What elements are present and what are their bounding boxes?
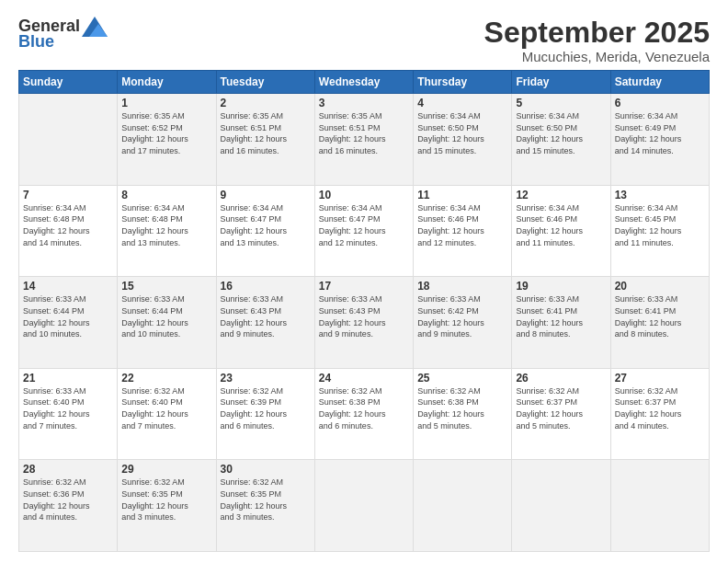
day-number: 9 <box>221 189 311 201</box>
calendar-header-row: SundayMondayTuesdayWednesdayThursdayFrid… <box>19 71 710 94</box>
day-number: 23 <box>221 372 311 385</box>
day-info: Sunrise: 6:32 AM Sunset: 6:37 PM Dayligh… <box>615 385 705 431</box>
day-info: Sunrise: 6:34 AM Sunset: 6:47 PM Dayligh… <box>319 202 409 248</box>
calendar-cell <box>19 94 118 186</box>
week-row-4: 21Sunrise: 6:33 AM Sunset: 6:40 PM Dayli… <box>19 368 710 460</box>
calendar-cell: 8Sunrise: 6:34 AM Sunset: 6:48 PM Daylig… <box>118 185 216 277</box>
day-number: 24 <box>319 372 409 385</box>
day-info: Sunrise: 6:32 AM Sunset: 6:37 PM Dayligh… <box>516 385 606 431</box>
day-number: 3 <box>319 97 409 109</box>
day-header-saturday: Saturday <box>610 71 709 94</box>
calendar-cell: 11Sunrise: 6:34 AM Sunset: 6:46 PM Dayli… <box>414 185 512 277</box>
day-number: 28 <box>23 463 113 476</box>
calendar-cell: 3Sunrise: 6:35 AM Sunset: 6:51 PM Daylig… <box>314 94 413 186</box>
calendar-cell: 24Sunrise: 6:32 AM Sunset: 6:38 PM Dayli… <box>314 368 413 460</box>
day-info: Sunrise: 6:33 AM Sunset: 6:41 PM Dayligh… <box>516 293 606 339</box>
day-number: 29 <box>121 463 211 476</box>
day-info: Sunrise: 6:33 AM Sunset: 6:43 PM Dayligh… <box>319 293 409 339</box>
day-number: 16 <box>221 280 311 293</box>
day-number: 11 <box>417 189 507 201</box>
day-number: 10 <box>319 189 409 201</box>
day-info: Sunrise: 6:32 AM Sunset: 6:40 PM Dayligh… <box>121 385 211 431</box>
day-number: 8 <box>121 189 211 201</box>
day-number: 21 <box>23 372 113 385</box>
day-info: Sunrise: 6:35 AM Sunset: 6:52 PM Dayligh… <box>121 110 211 156</box>
day-info: Sunrise: 6:34 AM Sunset: 6:50 PM Dayligh… <box>417 110 507 156</box>
day-number: 22 <box>121 372 211 385</box>
week-row-3: 14Sunrise: 6:33 AM Sunset: 6:44 PM Dayli… <box>19 277 710 369</box>
day-info: Sunrise: 6:34 AM Sunset: 6:46 PM Dayligh… <box>516 202 606 248</box>
day-header-friday: Friday <box>512 71 610 94</box>
week-row-2: 7Sunrise: 6:34 AM Sunset: 6:48 PM Daylig… <box>19 185 710 277</box>
calendar-cell: 17Sunrise: 6:33 AM Sunset: 6:43 PM Dayli… <box>314 277 413 369</box>
calendar-cell: 20Sunrise: 6:33 AM Sunset: 6:41 PM Dayli… <box>610 277 709 369</box>
day-info: Sunrise: 6:33 AM Sunset: 6:40 PM Dayligh… <box>23 385 113 431</box>
calendar-cell: 7Sunrise: 6:34 AM Sunset: 6:48 PM Daylig… <box>19 185 118 277</box>
day-info: Sunrise: 6:34 AM Sunset: 6:48 PM Dayligh… <box>121 202 211 248</box>
calendar-cell: 1Sunrise: 6:35 AM Sunset: 6:52 PM Daylig… <box>118 94 216 186</box>
day-number: 19 <box>516 280 606 293</box>
page: General Blue September 2025 Mucuchies, M… <box>0 0 728 563</box>
day-number: 25 <box>417 372 507 385</box>
calendar-cell <box>414 460 512 552</box>
calendar-cell: 12Sunrise: 6:34 AM Sunset: 6:46 PM Dayli… <box>512 185 610 277</box>
calendar-cell: 23Sunrise: 6:32 AM Sunset: 6:39 PM Dayli… <box>216 368 314 460</box>
calendar-cell: 6Sunrise: 6:34 AM Sunset: 6:49 PM Daylig… <box>610 94 709 186</box>
day-number: 26 <box>516 372 606 385</box>
day-number: 2 <box>221 97 311 109</box>
day-info: Sunrise: 6:34 AM Sunset: 6:45 PM Dayligh… <box>615 202 705 248</box>
calendar-cell <box>314 460 413 552</box>
day-number: 20 <box>615 280 705 293</box>
calendar-cell: 9Sunrise: 6:34 AM Sunset: 6:47 PM Daylig… <box>216 185 314 277</box>
day-number: 14 <box>23 280 113 293</box>
day-number: 13 <box>615 189 705 201</box>
calendar-cell: 30Sunrise: 6:32 AM Sunset: 6:35 PM Dayli… <box>216 460 314 552</box>
day-info: Sunrise: 6:34 AM Sunset: 6:47 PM Dayligh… <box>221 202 311 248</box>
day-number: 1 <box>121 97 211 109</box>
calendar-cell <box>610 460 709 552</box>
day-info: Sunrise: 6:32 AM Sunset: 6:39 PM Dayligh… <box>221 385 311 431</box>
calendar-cell: 22Sunrise: 6:32 AM Sunset: 6:40 PM Dayli… <box>118 368 216 460</box>
day-info: Sunrise: 6:32 AM Sunset: 6:35 PM Dayligh… <box>221 477 311 523</box>
day-info: Sunrise: 6:33 AM Sunset: 6:44 PM Dayligh… <box>121 293 211 339</box>
day-info: Sunrise: 6:34 AM Sunset: 6:49 PM Dayligh… <box>615 110 705 156</box>
calendar-cell: 26Sunrise: 6:32 AM Sunset: 6:37 PM Dayli… <box>512 368 610 460</box>
day-number: 4 <box>417 97 507 109</box>
calendar-cell: 14Sunrise: 6:33 AM Sunset: 6:44 PM Dayli… <box>19 277 118 369</box>
day-header-monday: Monday <box>118 71 216 94</box>
calendar-cell: 10Sunrise: 6:34 AM Sunset: 6:47 PM Dayli… <box>314 185 413 277</box>
calendar-cell: 16Sunrise: 6:33 AM Sunset: 6:43 PM Dayli… <box>216 277 314 369</box>
month-title: September 2025 <box>484 17 710 49</box>
day-number: 6 <box>615 97 705 109</box>
logo-icon <box>82 17 108 37</box>
day-number: 7 <box>23 189 113 201</box>
day-number: 5 <box>516 97 606 109</box>
calendar-cell <box>512 460 610 552</box>
calendar-cell: 29Sunrise: 6:32 AM Sunset: 6:35 PM Dayli… <box>118 460 216 552</box>
day-info: Sunrise: 6:33 AM Sunset: 6:42 PM Dayligh… <box>417 293 507 339</box>
day-info: Sunrise: 6:32 AM Sunset: 6:36 PM Dayligh… <box>23 477 113 523</box>
day-info: Sunrise: 6:32 AM Sunset: 6:38 PM Dayligh… <box>319 385 409 431</box>
title-block: September 2025 Mucuchies, Merida, Venezu… <box>484 17 710 64</box>
day-info: Sunrise: 6:33 AM Sunset: 6:43 PM Dayligh… <box>221 293 311 339</box>
week-row-5: 28Sunrise: 6:32 AM Sunset: 6:36 PM Dayli… <box>19 460 710 552</box>
logo: General Blue <box>18 17 108 52</box>
day-info: Sunrise: 6:33 AM Sunset: 6:44 PM Dayligh… <box>23 293 113 339</box>
calendar-cell: 15Sunrise: 6:33 AM Sunset: 6:44 PM Dayli… <box>118 277 216 369</box>
calendar-cell: 19Sunrise: 6:33 AM Sunset: 6:41 PM Dayli… <box>512 277 610 369</box>
calendar-cell: 4Sunrise: 6:34 AM Sunset: 6:50 PM Daylig… <box>414 94 512 186</box>
week-row-1: 1Sunrise: 6:35 AM Sunset: 6:52 PM Daylig… <box>19 94 710 186</box>
calendar-cell: 13Sunrise: 6:34 AM Sunset: 6:45 PM Dayli… <box>610 185 709 277</box>
day-info: Sunrise: 6:34 AM Sunset: 6:48 PM Dayligh… <box>23 202 113 248</box>
header: General Blue September 2025 Mucuchies, M… <box>18 17 710 64</box>
day-number: 27 <box>615 372 705 385</box>
day-info: Sunrise: 6:32 AM Sunset: 6:38 PM Dayligh… <box>417 385 507 431</box>
location-subtitle: Mucuchies, Merida, Venezuela <box>484 49 710 64</box>
calendar-table: SundayMondayTuesdayWednesdayThursdayFrid… <box>18 70 710 552</box>
day-info: Sunrise: 6:35 AM Sunset: 6:51 PM Dayligh… <box>221 110 311 156</box>
day-info: Sunrise: 6:34 AM Sunset: 6:50 PM Dayligh… <box>516 110 606 156</box>
calendar-cell: 5Sunrise: 6:34 AM Sunset: 6:50 PM Daylig… <box>512 94 610 186</box>
day-header-tuesday: Tuesday <box>216 71 314 94</box>
calendar-cell: 21Sunrise: 6:33 AM Sunset: 6:40 PM Dayli… <box>19 368 118 460</box>
day-info: Sunrise: 6:34 AM Sunset: 6:46 PM Dayligh… <box>417 202 507 248</box>
